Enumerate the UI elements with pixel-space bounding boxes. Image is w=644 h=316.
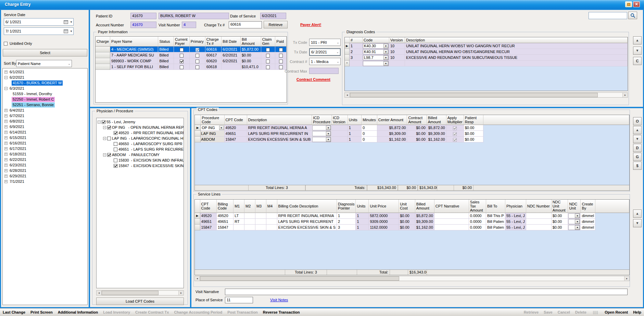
sidebar-date-node[interactable]: +6/18/2021 [3, 151, 87, 157]
service-date-from-input[interactable]: 6/ 1/2021 ▼ [4, 18, 74, 26]
diagnosis-down-button[interactable]: ▼ [633, 47, 642, 55]
column-header[interactable]: Unit Cost [399, 200, 415, 213]
column-header[interactable]: M1 [233, 200, 244, 213]
dropdown-icon[interactable]: ▼ [326, 131, 331, 136]
scrollbar-track[interactable] [102, 291, 178, 295]
column-header[interactable]: NDC Number [526, 200, 552, 213]
statusbar-change-accounting-period[interactable]: Change Accounting Period [174, 310, 222, 314]
column-header[interactable]: Sales Tax Amount [469, 200, 486, 213]
table-row[interactable]: 4965149651RTLAPS SURG RPR RECURRENT21930… [195, 219, 629, 225]
visit-narrative-input[interactable] [225, 289, 628, 295]
cpt-g-button[interactable]: G [633, 153, 642, 161]
table-row[interactable]: LAP ING49651LAPS SURG RPR RECURRENT IN▼1… [195, 131, 629, 137]
expand-icon[interactable]: + [4, 147, 8, 150]
load-cpt-codes-button[interactable]: Load CPT Codes [96, 298, 184, 305]
statusbar-last-change[interactable]: Last Change [3, 310, 25, 314]
sidebar-date-node[interactable]: +6/22/2021 [3, 157, 87, 162]
cpt-up-button[interactable]: ▲ [633, 126, 642, 134]
sidebar-date-node[interactable]: −6/3/2021 [3, 86, 87, 91]
cpt-dollar-button[interactable]: $ [633, 162, 642, 170]
statusbar-help[interactable]: Help [633, 310, 641, 314]
charge-tx-input[interactable]: 60616 [229, 21, 262, 28]
expand-icon[interactable]: + [4, 136, 8, 139]
procedure-checkbox[interactable] [114, 164, 117, 168]
select-button[interactable]: Select [3, 49, 87, 56]
table-row[interactable]: 4 - MEDICARE (SMMS0)Billed606166/2/2021$… [96, 47, 287, 52]
minimize-button[interactable] [625, 1, 632, 7]
search-button[interactable] [628, 12, 637, 19]
column-header[interactable]: Minutes [362, 115, 377, 125]
scroll-right-icon[interactable]: ▸ [624, 276, 629, 281]
expand-icon[interactable]: + [4, 109, 8, 112]
procedure-checkbox[interactable] [107, 153, 111, 157]
procedure-tree-node[interactable]: −OP ING - OPEN INGUINAL HERNIA REPAIR [97, 125, 184, 130]
sidebar-patient-node[interactable]: 51559 - Immel, Dorothy [3, 91, 87, 97]
cell-checkbox[interactable] [180, 60, 184, 63]
place-of-service-input[interactable]: 11 [225, 297, 253, 303]
statusbar-create-contract-tx[interactable]: Create Contract Tx [135, 310, 169, 314]
column-header[interactable]: NDC Unit [568, 200, 581, 213]
tx-date-dropdown[interactable]: 6/ 2/2021⌄ [309, 48, 341, 56]
procedure-tree-node[interactable]: 15847 - EXCISION EXCESSIVE SKIN & SUB [97, 163, 184, 168]
scrollbar-track[interactable] [350, 93, 622, 97]
expand-icon[interactable]: + [4, 175, 8, 178]
column-header[interactable]: Diagnosis Pointer [337, 200, 356, 213]
column-header[interactable]: Units [356, 200, 369, 213]
expand-icon[interactable]: + [4, 169, 8, 172]
procedure-checkbox[interactable] [107, 126, 111, 129]
chevron-down-icon[interactable]: ▼ [69, 21, 73, 24]
scroll-right-icon[interactable]: ▸ [622, 93, 628, 97]
cell-checkbox[interactable] [279, 65, 283, 69]
cell-checkbox[interactable] [180, 65, 184, 69]
procedure-tree-node[interactable]: 49650 - LAPAROSCOPY SURG RPR INITIA [97, 141, 184, 147]
row-selector[interactable] [345, 55, 350, 61]
collapse-icon[interactable]: − [103, 126, 106, 129]
row-selector[interactable]: ▶ [345, 43, 350, 49]
column-header[interactable]: Description [247, 115, 312, 125]
column-header[interactable]: Center Amount [377, 115, 407, 125]
sidebar-date-node[interactable]: +6/15/2021 [3, 135, 87, 140]
sidebar-patient-node[interactable]: 52250 - Immel, Robert C [3, 97, 87, 102]
column-header[interactable]: Code [363, 37, 389, 43]
diagnosis-hscrollbar[interactable]: ◂ ▸ [344, 92, 628, 98]
cell-checkbox[interactable] [279, 54, 283, 58]
sidebar-date-node[interactable]: +6/28/2021 [3, 168, 87, 173]
scrollbar-track[interactable] [200, 276, 624, 281]
procedure-checkbox[interactable] [102, 120, 105, 124]
collapse-icon[interactable]: − [103, 137, 106, 140]
service-lines-up-button[interactable]: ▲ [633, 210, 642, 218]
table-row[interactable]: ▶1K40.30▼10UNILAT INGUINAL HERN W/OBST W… [345, 43, 628, 49]
column-header[interactable]: Unit Price [369, 200, 399, 213]
calendar-icon[interactable] [64, 20, 68, 24]
scrollbar-thumb[interactable] [102, 291, 159, 295]
search-input[interactable] [589, 12, 627, 19]
column-header[interactable]: CPT Code [225, 115, 247, 125]
sidebar-date-node[interactable]: +7/1/2021 [3, 179, 87, 184]
sidebar-date-node[interactable]: +6/29/2021 [3, 173, 87, 179]
cell-checkbox[interactable] [266, 60, 270, 63]
sort-by-dropdown[interactable]: Patient Name ⌄ [16, 60, 72, 67]
collapse-icon[interactable]: − [4, 87, 8, 90]
physician-hscrollbar[interactable]: ◂ ▸ [96, 290, 184, 295]
column-header[interactable]: Physician [505, 200, 526, 213]
retrieve-button[interactable]: Retrieve [264, 21, 288, 28]
sidebar-date-node[interactable]: +6/1/2021 [3, 69, 87, 75]
scroll-left-icon[interactable]: ◂ [345, 93, 350, 97]
dropdown-icon[interactable]: ▼ [219, 126, 224, 130]
statusbar-retrieve[interactable]: Retrieve [524, 310, 539, 314]
row-selector[interactable]: ▶ [195, 213, 200, 219]
dropdown-icon[interactable]: ▼ [575, 219, 580, 224]
calendar-icon[interactable] [64, 29, 68, 33]
column-header[interactable]: Billed Amount [415, 200, 434, 213]
column-header[interactable] [195, 115, 201, 125]
visit-number-field[interactable]: 4 [182, 22, 196, 28]
patient-name-field[interactable]: BURKS, ROBERT W [159, 13, 229, 19]
procedure-tree-node[interactable]: −ABDOM - PANULECTOMY [97, 152, 184, 157]
row-selector[interactable] [96, 64, 110, 70]
sidebar-patient-node[interactable]: 52251 - Serrano, Bonnie [3, 102, 87, 108]
scrollbar-thumb[interactable] [200, 276, 399, 281]
row-selector[interactable] [96, 47, 110, 52]
scroll-right-icon[interactable]: ▸ [178, 291, 184, 295]
column-header[interactable]: Billing Code [217, 200, 233, 213]
unbilled-only-checkbox[interactable] [4, 42, 8, 46]
